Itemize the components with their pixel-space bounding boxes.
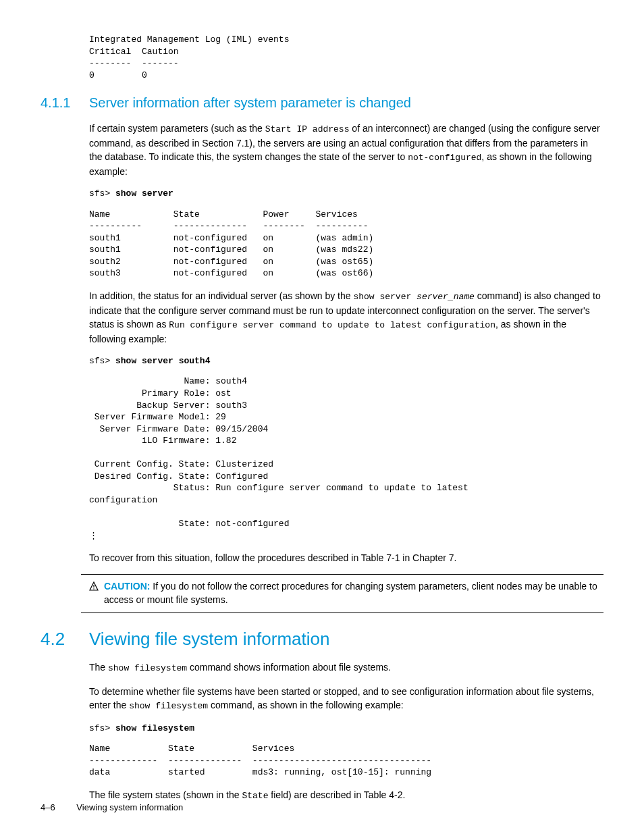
inline-code-italic: server_name xyxy=(417,292,475,302)
paragraph: The file system states (shown in the Sta… xyxy=(89,788,603,803)
caution-text: CAUTION: If you do not follow the correc… xyxy=(104,580,603,606)
command-line: sfs> show filesystem xyxy=(89,723,603,735)
inline-code: Run configure server command to update t… xyxy=(169,320,495,330)
caution-label: CAUTION: xyxy=(104,581,150,592)
heading-title: Server information after system paramete… xyxy=(89,93,411,112)
code-block-iml: Integrated Management Log (IML) events C… xyxy=(89,34,603,81)
heading-title: Viewing file system information xyxy=(89,627,329,651)
inline-code: show filesystem xyxy=(129,701,208,711)
paragraph: The show filesystem command shows inform… xyxy=(89,660,603,675)
paragraph: In addition, the status for an individua… xyxy=(89,289,603,346)
page-footer: 4–6 Viewing system information xyxy=(41,802,183,814)
code-block-server-detail: Name: south4 Primary Role: ost Backup Se… xyxy=(89,375,603,542)
inline-code: show filesystem xyxy=(108,663,187,673)
page-number: 4–6 xyxy=(41,802,55,812)
inline-code: Start IP address xyxy=(265,124,350,134)
heading-number: 4.1.1 xyxy=(41,93,89,112)
paragraph: To recover from this situation, follow t… xyxy=(89,551,603,565)
inline-code: State xyxy=(242,791,268,801)
heading-4-1-1: 4.1.1 Server information after system pa… xyxy=(41,93,603,112)
caution-box: CAUTION: If you do not follow the correc… xyxy=(81,574,603,613)
paragraph: If certain system parameters (such as th… xyxy=(89,122,603,178)
footer-title: Viewing system information xyxy=(76,802,183,812)
svg-point-1 xyxy=(93,589,94,590)
command-line: sfs> show server south4 xyxy=(89,355,603,367)
code-block-filesystem: Name State Services ------------- ------… xyxy=(89,743,603,779)
inline-code: not-configured xyxy=(408,153,481,163)
heading-number: 4.2 xyxy=(41,627,89,651)
heading-4-2: 4.2 Viewing file system information xyxy=(41,627,603,651)
paragraph: To determine whether file systems have b… xyxy=(89,685,603,713)
code-block-server-table: Name State Power Services ---------- ---… xyxy=(89,209,603,280)
caution-icon xyxy=(89,581,99,595)
inline-code: show server xyxy=(353,292,417,302)
command-line: sfs> show server xyxy=(89,188,603,200)
